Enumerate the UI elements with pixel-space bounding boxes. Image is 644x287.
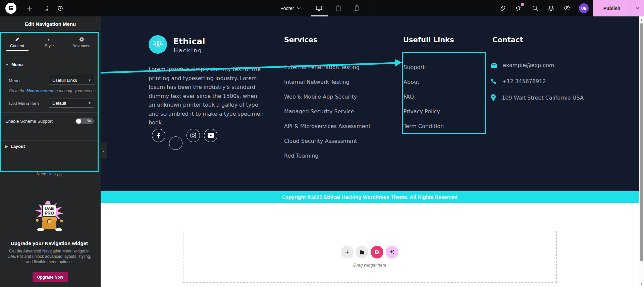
footer-link[interactable]: External Penetration Testing [284,60,371,75]
chevron-down-icon [636,7,639,10]
useful-links-column-title[interactable]: Usefull Links [403,36,454,44]
need-help-link[interactable]: Need Help? [0,172,99,177]
footer-link[interactable]: Cloud Security Assessment [284,134,371,149]
social-facebook-button[interactable] [152,129,165,142]
section-layout-header[interactable]: ▶ Layout [5,144,25,149]
social-youtube-button[interactable] [204,129,217,142]
footer-link[interactable]: Web & Mobile App Security [284,90,371,104]
ai-builder-button[interactable] [386,246,398,259]
device-tablet-button[interactable] [331,0,345,16]
footer-link[interactable]: API & Microservices Assessment [284,119,371,134]
caret-down-icon: ▼ [5,63,9,66]
scroll-down-arrow[interactable]: ▼ [639,281,644,286]
menu-select-value: Usefull Links [52,78,77,83]
publish-button[interactable]: Publish [593,0,631,16]
top-bar: Footer UE Publish [0,0,644,16]
copyright-bar[interactable]: Copyright ©2025 Ethical Hacking WordPres… [101,191,639,203]
panel-tabs: Content ◐ Style Advanced [1,34,98,51]
history-button[interactable] [54,0,67,16]
section-menu-header[interactable]: ▼ Menu [5,62,23,67]
contact-email-row[interactable]: example@exp.com [491,62,554,68]
plus-icon [27,5,33,11]
section-title: Layout [11,144,25,149]
footer-section-preview[interactable]: Ethical Hacking Lorem Ipsum is simply du… [101,16,639,191]
svg-text:UAE: UAE [45,206,54,211]
widget-panel: Edit Navigation Menu Content ◐ Style Adv… [0,16,101,287]
page-settings-icon [43,5,49,11]
topbar-divider [273,0,273,16]
scrollbar-thumb[interactable] [640,23,643,261]
footer-link[interactable]: Support [404,60,444,75]
search-icon [532,5,538,11]
publish-options-button[interactable] [631,0,644,16]
upgrade-description: Get the Advanced Navigation Menu widget … [7,248,91,265]
instagram-icon [190,132,196,138]
add-template-button[interactable] [356,246,368,259]
footer-link[interactable]: Internal Network Testing [284,75,371,90]
social-empty-button[interactable] [169,136,182,150]
footer-link[interactable]: Term Condition [404,119,444,134]
user-avatar[interactable]: UE [579,3,589,13]
elementor-logo-menu[interactable] [5,3,16,14]
widget-drop-zone[interactable] [183,231,557,283]
megaphone-icon [515,5,522,11]
kit-library-button[interactable] [371,246,383,259]
caret-right-icon: ▶ [5,145,8,148]
scroll-up-arrow[interactable]: ▲ [639,17,644,22]
contact-phone-row[interactable]: +12 345678912 [491,78,546,84]
last-menu-item-select[interactable]: Default ▼ [49,99,95,108]
layers-icon [548,5,554,11]
whats-new-button[interactable] [512,0,525,16]
contact-column-title[interactable]: Contact [492,36,523,44]
elementor-editor: Footer UE Publish [0,0,644,287]
helper-prefix: Go to the [9,89,26,93]
add-section-button[interactable] [341,246,354,259]
page-scrollbar[interactable]: ▲ ▼ [639,16,644,287]
footer-link[interactable]: Managed Security Service [284,104,371,119]
upgrade-title: Upgrade your Navigation widget [0,240,99,246]
tab-style[interactable]: ◐ Style [33,34,65,51]
copy-link-button[interactable] [495,0,509,16]
upgrade-now-button[interactable]: Upgrade Now [33,272,68,282]
services-column-title[interactable]: Services [284,36,318,44]
kit-logo-icon [375,250,380,254]
document-name: Footer [280,6,294,11]
editor-canvas: Ethical Hacking Lorem Ipsum is simply du… [101,16,639,287]
tab-content[interactable]: Content [1,34,33,51]
phone-icon [491,78,496,84]
device-desktop-button[interactable] [312,0,326,16]
contact-address-row[interactable]: 109 Walt Street California USA [491,94,584,101]
style-contrast-icon: ◐ [48,37,51,42]
panel-collapse-handle[interactable]: ‹ [101,142,107,159]
mobile-icon [355,5,359,11]
menus-screen-link[interactable]: Menus screen [26,89,53,93]
site-logo[interactable] [149,35,167,54]
chevron-down-icon: ▼ [88,78,91,82]
brand-name-line1[interactable]: Ethical [173,37,205,46]
footer-link[interactable]: Privacy Policy [404,104,444,119]
envelope-icon [491,63,497,68]
footer-about-text[interactable]: Lorem Ipsum is simply dummy text of the … [149,65,265,127]
need-help-label: Need Help [37,172,56,176]
social-instagram-button[interactable] [186,129,200,142]
structure-button[interactable] [544,0,558,16]
footer-link[interactable]: FAQ [404,90,444,104]
document-switcher[interactable]: Footer [280,0,301,16]
history-icon [57,5,63,11]
finder-search-button[interactable] [528,0,542,16]
last-menu-item-label: Last Menu Item [9,101,39,106]
footer-link[interactable]: About [404,75,444,90]
menu-helper-text: Go to the Menus screen to manage your me… [9,89,97,93]
schema-support-toggle[interactable]: No [75,118,94,124]
last-menu-item-value: Default [52,101,66,106]
add-element-button[interactable] [23,0,36,16]
tab-advanced[interactable]: Advanced [65,34,98,51]
chevron-down-icon: ▼ [88,101,91,105]
device-mobile-button[interactable] [350,0,363,16]
sparkles-icon [389,249,395,255]
preview-button[interactable] [560,0,574,16]
footer-link[interactable]: Red Teaming [284,149,371,163]
page-settings-button[interactable] [39,0,53,16]
menu-select[interactable]: Usefull Links ▼ [49,76,95,85]
brand-name-line2: Hacking [174,47,203,54]
